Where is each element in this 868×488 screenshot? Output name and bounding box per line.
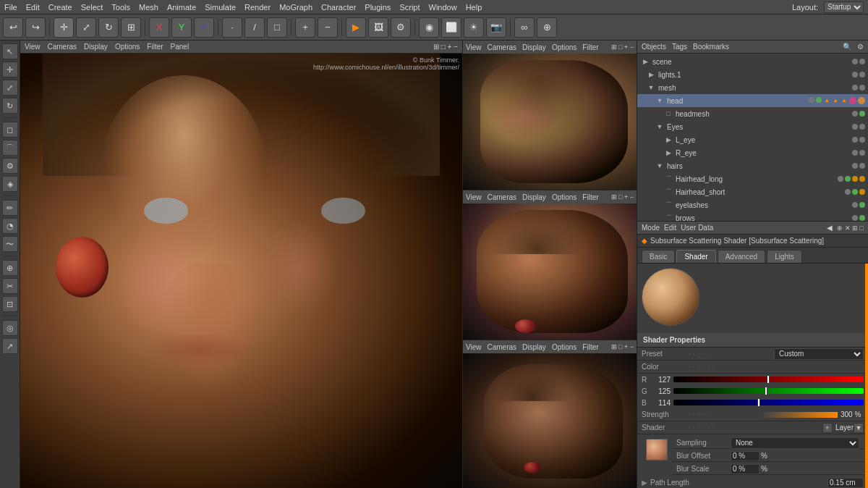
- prop-edit-tab[interactable]: Edit: [664, 224, 676, 232]
- sv3-filter[interactable]: Filter: [582, 343, 598, 351]
- b-slider[interactable]: [673, 400, 864, 405]
- menu-simulate[interactable]: Simulate: [205, 3, 236, 12]
- rotate-button[interactable]: ↻: [98, 17, 119, 38]
- xaxis-button[interactable]: X: [149, 17, 169, 38]
- blur-scale-input[interactable]: [731, 464, 760, 474]
- obj-head[interactable]: ▼ head ▲ ▲ ▲: [637, 94, 868, 107]
- sv3-canvas[interactable]: [463, 353, 637, 488]
- delete-button[interactable]: −: [318, 17, 338, 38]
- light-button[interactable]: ☀: [464, 17, 484, 38]
- prop-userdata-tab[interactable]: User Data: [681, 224, 713, 232]
- obj-search-icon[interactable]: 🔍: [843, 43, 851, 51]
- preset-select[interactable]: Custom: [774, 348, 864, 360]
- move-tool-button[interactable]: ✛: [2, 62, 18, 77]
- zaxis-button[interactable]: Z: [194, 17, 214, 38]
- sv1-filter[interactable]: Filter: [582, 43, 598, 51]
- render-settings-button[interactable]: ⚙: [391, 17, 411, 38]
- obj-hairshort[interactable]: ⌒ Hairhead_short: [637, 185, 868, 198]
- sv3-cameras[interactable]: Cameras: [488, 343, 517, 351]
- mv-display[interactable]: Display: [84, 43, 108, 51]
- blur-offset-input[interactable]: [731, 451, 760, 461]
- tab-lights[interactable]: Lights: [767, 250, 802, 263]
- mv-cameras[interactable]: Cameras: [48, 43, 77, 51]
- redo-button[interactable]: ↪: [25, 17, 46, 38]
- menu-tools[interactable]: Tools: [111, 3, 130, 12]
- transform-button[interactable]: ⊞: [121, 17, 141, 38]
- rotate-tool-button[interactable]: ↻: [2, 98, 18, 114]
- sv2-cameras[interactable]: Cameras: [488, 193, 517, 201]
- mv-options[interactable]: Options: [115, 43, 140, 51]
- snap-button[interactable]: ⊕: [537, 17, 557, 38]
- edge-mode-button[interactable]: /: [244, 17, 265, 38]
- sv2-view[interactable]: View: [466, 193, 482, 201]
- sv1-view[interactable]: View: [466, 43, 482, 51]
- menu-mograph[interactable]: MoGraph: [279, 3, 312, 12]
- obj-reye[interactable]: ▶ R_eye: [637, 146, 868, 159]
- knife2-button[interactable]: ⊡: [2, 296, 18, 312]
- sv3-options[interactable]: Options: [552, 343, 576, 351]
- menu-help[interactable]: Help: [466, 3, 482, 12]
- sv3-display[interactable]: Display: [522, 343, 546, 351]
- mv-filter[interactable]: Filter: [147, 43, 163, 51]
- add-object-button[interactable]: +: [295, 17, 315, 38]
- scale-button[interactable]: ⤢: [76, 17, 96, 38]
- menu-animate[interactable]: Animate: [167, 3, 196, 12]
- obj-leye[interactable]: ▶ L_eye: [637, 133, 868, 146]
- strength-slider[interactable]: [763, 412, 838, 418]
- obj-hairs[interactable]: ▼ hairs: [637, 159, 868, 172]
- sv1-display[interactable]: Display: [522, 43, 546, 51]
- menu-plugins[interactable]: Plugins: [365, 3, 391, 12]
- menu-edit[interactable]: Edit: [26, 3, 40, 12]
- menu-window[interactable]: Window: [429, 3, 457, 12]
- obj-scene[interactable]: ▶ scene: [637, 55, 868, 68]
- spline-button[interactable]: ⌒: [2, 140, 18, 156]
- sculpt-button[interactable]: ◔: [2, 218, 18, 234]
- obj-tags-tab[interactable]: Tags: [672, 43, 687, 51]
- obj-objects-tab[interactable]: Objects: [642, 43, 666, 51]
- sv2-canvas[interactable]: [463, 203, 637, 340]
- deformer-button[interactable]: ◈: [2, 176, 18, 192]
- mv-view[interactable]: View: [25, 43, 41, 51]
- render-view-button[interactable]: 🖼: [368, 17, 388, 38]
- poly-mode-button[interactable]: □: [267, 17, 287, 38]
- prop-back-icon[interactable]: ◀: [827, 224, 833, 232]
- sv2-filter[interactable]: Filter: [582, 193, 598, 201]
- main-viewport-canvas[interactable]: © Bunk Timmer. http://www.comichouse.nl/…: [20, 54, 462, 488]
- obj-settings-icon[interactable]: ⚙: [857, 43, 864, 51]
- knife-button[interactable]: ✂: [2, 278, 18, 294]
- tab-basic[interactable]: Basic: [642, 250, 675, 263]
- texture-button[interactable]: ⬜: [441, 17, 461, 38]
- material-button[interactable]: ◉: [419, 17, 439, 38]
- obj-headmesh[interactable]: □ headmesh: [637, 107, 868, 120]
- mv-panel[interactable]: Panel: [171, 43, 190, 51]
- paint-button[interactable]: ✏: [2, 200, 18, 216]
- menu-script[interactable]: Script: [399, 3, 420, 12]
- camera-lt-button[interactable]: ◎: [2, 320, 18, 336]
- hair-button[interactable]: 〜: [2, 236, 18, 252]
- obj-mesh[interactable]: ▼ mesh: [637, 81, 868, 94]
- generator-button[interactable]: ⚙: [2, 158, 18, 174]
- shader-add-btn[interactable]: +: [822, 423, 833, 433]
- shader-more-btn[interactable]: ▼: [854, 423, 864, 433]
- sv1-cameras[interactable]: Cameras: [488, 43, 517, 51]
- obj-brows[interactable]: ⌒ brows: [637, 211, 868, 221]
- layout-select[interactable]: Startup: [824, 1, 864, 13]
- camera-button[interactable]: 📷: [486, 17, 506, 38]
- obj-eyes[interactable]: ▼ Eyes: [637, 120, 868, 133]
- object-button[interactable]: ◻: [2, 122, 18, 138]
- sampling-select[interactable]: None: [731, 437, 859, 449]
- sv1-canvas[interactable]: [463, 54, 637, 190]
- tab-advanced[interactable]: Advanced: [718, 250, 765, 263]
- yaxis-button[interactable]: Y: [171, 17, 192, 38]
- sv1-options[interactable]: Options: [552, 43, 576, 51]
- path-length-input[interactable]: [827, 478, 864, 488]
- g-slider[interactable]: [673, 388, 864, 394]
- scale-tool-button[interactable]: ⤢: [2, 80, 18, 96]
- menu-render[interactable]: Render: [244, 3, 271, 12]
- obj-hairlong[interactable]: ⌒ Hairhead_long: [637, 172, 868, 185]
- move-button[interactable]: ✛: [54, 17, 74, 38]
- obj-lights1[interactable]: ▶ lights.1: [637, 68, 868, 81]
- menu-file[interactable]: File: [4, 3, 17, 12]
- arrow-button[interactable]: ↗: [2, 338, 18, 354]
- path-length-expand[interactable]: ▶: [642, 479, 647, 487]
